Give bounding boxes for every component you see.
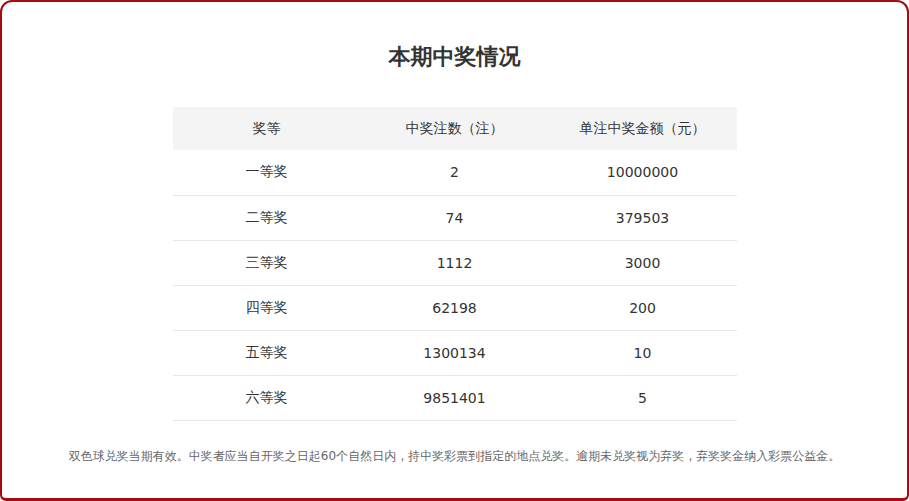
prize-tier-cell: 二等奖 — [173, 195, 361, 240]
prize-table: 奖等 中奖注数（注） 单注中奖金额（元） 一等奖 2 10000000 二等奖 … — [173, 107, 737, 421]
prize-amount-cell: 10 — [549, 330, 737, 375]
winning-count-cell: 1112 — [361, 240, 549, 285]
prize-amount-cell: 200 — [549, 285, 737, 330]
winning-count-cell: 2 — [361, 150, 549, 195]
table-row: 六等奖 9851401 5 — [173, 375, 737, 420]
prize-amount-cell: 10000000 — [549, 150, 737, 195]
prize-amount-cell: 5 — [549, 375, 737, 420]
column-header-count: 中奖注数（注） — [361, 107, 549, 150]
page-title: 本期中奖情况 — [2, 42, 907, 72]
table-row: 一等奖 2 10000000 — [173, 150, 737, 195]
table-row: 四等奖 62198 200 — [173, 285, 737, 330]
prize-tier-cell: 五等奖 — [173, 330, 361, 375]
table-row: 三等奖 1112 3000 — [173, 240, 737, 285]
table-row: 二等奖 74 379503 — [173, 195, 737, 240]
winning-count-cell: 74 — [361, 195, 549, 240]
redemption-note: 双色球兑奖当期有效。中奖者应当自开奖之日起60个自然日内，持中奖彩票到指定的地点… — [2, 448, 907, 464]
prize-amount-cell: 379503 — [549, 195, 737, 240]
column-header-amount: 单注中奖金额（元） — [549, 107, 737, 150]
prize-tier-cell: 一等奖 — [173, 150, 361, 195]
table-header-row: 奖等 中奖注数（注） 单注中奖金额（元） — [173, 107, 737, 150]
column-header-tier: 奖等 — [173, 107, 361, 150]
winning-info-card: 本期中奖情况 奖等 中奖注数（注） 单注中奖金额（元） 一等奖 2 100000… — [0, 0, 909, 501]
winning-count-cell: 62198 — [361, 285, 549, 330]
winning-count-cell: 9851401 — [361, 375, 549, 420]
prize-amount-cell: 3000 — [549, 240, 737, 285]
winning-count-cell: 1300134 — [361, 330, 549, 375]
table-row: 五等奖 1300134 10 — [173, 330, 737, 375]
prize-tier-cell: 四等奖 — [173, 285, 361, 330]
prize-tier-cell: 三等奖 — [173, 240, 361, 285]
prize-tier-cell: 六等奖 — [173, 375, 361, 420]
